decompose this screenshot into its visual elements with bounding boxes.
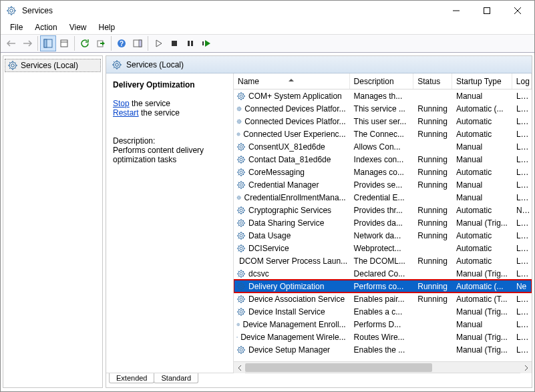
svc-startup: Automatic (452, 130, 512, 139)
table-row[interactable]: DCIServiceWebprotect...AutomaticLoc (234, 242, 532, 254)
svc-name: Connected Devices Platfor... (244, 104, 345, 114)
table-row[interactable]: Data UsageNetwork da...RunningAutomaticL… (234, 229, 532, 242)
table-row[interactable]: Device Management Enroll...Performs D...… (234, 318, 532, 331)
scroll-left-button[interactable] (234, 362, 245, 373)
col-status[interactable]: Status (413, 73, 452, 89)
service-icon (236, 282, 246, 291)
svc-desc: Manages co... (350, 168, 414, 177)
svc-desc: The DCOML... (350, 256, 414, 266)
table-row[interactable]: Device Setup ManagerEnables the ...Manua… (234, 343, 532, 356)
tab-extended[interactable]: Extended (109, 373, 154, 383)
restart-toolbar-button[interactable] (198, 35, 214, 51)
table-row[interactable]: DCOM Server Process Laun...The DCOML...R… (234, 254, 532, 267)
nav-back-button[interactable] (3, 35, 19, 51)
table-row[interactable]: Device Install ServiceEnables a c...Manu… (234, 305, 532, 318)
svc-startup: Automatic (... (452, 104, 512, 114)
svc-desc: Enables pair... (350, 295, 414, 304)
table-row[interactable]: Credential ManagerProvides se...RunningM… (234, 178, 532, 191)
table-row[interactable]: Data Sharing ServiceProvides da...Runnin… (234, 216, 532, 229)
service-icon (236, 130, 240, 139)
table-row[interactable]: COM+ System ApplicationManages th...Manu… (234, 89, 532, 102)
svc-desc: Declared Co... (350, 269, 414, 278)
svc-logon: Loc (512, 117, 532, 126)
menu-file[interactable]: File (5, 21, 28, 33)
svc-desc: Webprotect... (350, 244, 414, 253)
selected-service-name: Delivery Optimization (113, 80, 228, 89)
scroll-right-button[interactable] (520, 362, 532, 373)
col-description[interactable]: Description (350, 73, 414, 89)
svc-status: Running (413, 256, 452, 266)
service-icon (236, 269, 246, 278)
minimize-button[interactable] (441, 1, 472, 21)
svc-desc: Manages th... (350, 91, 414, 101)
menu-help[interactable]: Help (94, 21, 121, 33)
svc-startup: Manual (Trig... (452, 333, 512, 342)
svc-name: Connected Devices Platfor... (244, 117, 345, 126)
menu-bar: File Action View Help (1, 21, 534, 34)
scroll-thumb[interactable] (245, 363, 432, 372)
service-icon (236, 218, 246, 228)
svc-startup: Automatic (452, 256, 512, 266)
svg-rect-12 (188, 41, 190, 46)
export-button[interactable] (93, 35, 109, 51)
console-tree[interactable]: Services (Local) (3, 55, 103, 388)
horizontal-scrollbar[interactable] (234, 361, 532, 373)
maximize-button[interactable] (472, 1, 502, 21)
svc-startup: Manual (Trig... (452, 307, 512, 317)
action-pane-button[interactable] (130, 35, 146, 51)
menu-view[interactable]: View (64, 21, 92, 33)
help-button[interactable]: ? (114, 35, 130, 51)
table-row[interactable]: CoreMessagingManages co...RunningAutomat… (234, 166, 532, 178)
table-row[interactable]: Connected Devices Platfor...This user se… (234, 115, 532, 128)
service-icon (236, 333, 238, 342)
close-button[interactable] (502, 1, 533, 21)
service-icon (236, 231, 246, 240)
service-icon (236, 345, 246, 355)
svc-startup: Manual (Trig... (452, 269, 512, 278)
table-row[interactable]: ConsentUX_81ed6deAllows Con...ManualLoc (234, 140, 532, 153)
table-row[interactable]: Device Management Wirele...Routes Wire..… (234, 331, 532, 343)
stop-link[interactable]: Stop (113, 99, 130, 108)
show-hide-tree-button[interactable] (40, 35, 56, 51)
col-log-on-as[interactable]: Log (512, 73, 532, 89)
refresh-button[interactable] (77, 35, 93, 51)
svc-logon: Loc (512, 256, 532, 266)
table-row[interactable]: Connected User Experienc...The Connec...… (234, 128, 532, 140)
svc-name: Connected User Experienc... (243, 130, 345, 139)
nav-forward-button[interactable] (19, 35, 35, 51)
pause-button[interactable] (182, 35, 198, 51)
properties-button[interactable] (56, 35, 72, 51)
tree-item-label: Services (Local) (21, 61, 78, 70)
table-row[interactable]: Delivery OptimizationPerforms co...Runni… (234, 280, 532, 292)
svc-name: Contact Data_81ed6de (248, 155, 331, 164)
table-row[interactable]: CredentialEnrollmentMana...Credential E.… (234, 191, 532, 204)
restart-link[interactable]: Restart (113, 108, 139, 118)
service-icon (236, 180, 246, 190)
col-name[interactable]: Name (234, 73, 350, 89)
stop-button[interactable] (166, 35, 182, 51)
table-row[interactable]: dcsvcDeclared Co...Manual (Trig...Loc (234, 267, 532, 280)
menu-action[interactable]: Action (29, 21, 62, 33)
tree-item-services-local[interactable]: Services (Local) (5, 59, 101, 72)
col-startup-type[interactable]: Startup Type (452, 73, 512, 89)
toolbar: ? (1, 34, 534, 53)
panel-title: Services (Local) (126, 60, 184, 69)
service-icon (236, 155, 246, 164)
svc-startup: Manual (452, 193, 512, 202)
svc-name: dcsvc (248, 269, 269, 278)
svc-desc: Performs co... (350, 282, 414, 291)
table-row[interactable]: Contact Data_81ed6deIndexes con...Runnin… (234, 153, 532, 166)
table-row[interactable]: Device Association ServiceEnables pair..… (234, 292, 532, 305)
tab-standard[interactable]: Standard (154, 373, 198, 383)
play-button[interactable] (150, 35, 166, 51)
svc-name: Device Association Service (248, 295, 345, 304)
svc-desc: Routes Wire... (350, 333, 414, 342)
svc-desc: This service ... (350, 104, 414, 114)
table-row[interactable]: Cryptographic ServicesProvides thr...Run… (234, 204, 532, 216)
service-list[interactable]: COM+ System ApplicationManages th...Manu… (234, 89, 532, 361)
svg-text:?: ? (120, 40, 124, 47)
svc-desc: Enables a c... (350, 307, 414, 317)
svg-rect-2 (484, 8, 490, 14)
svc-desc: This user ser... (350, 117, 414, 126)
table-row[interactable]: Connected Devices Platfor...This service… (234, 102, 532, 115)
